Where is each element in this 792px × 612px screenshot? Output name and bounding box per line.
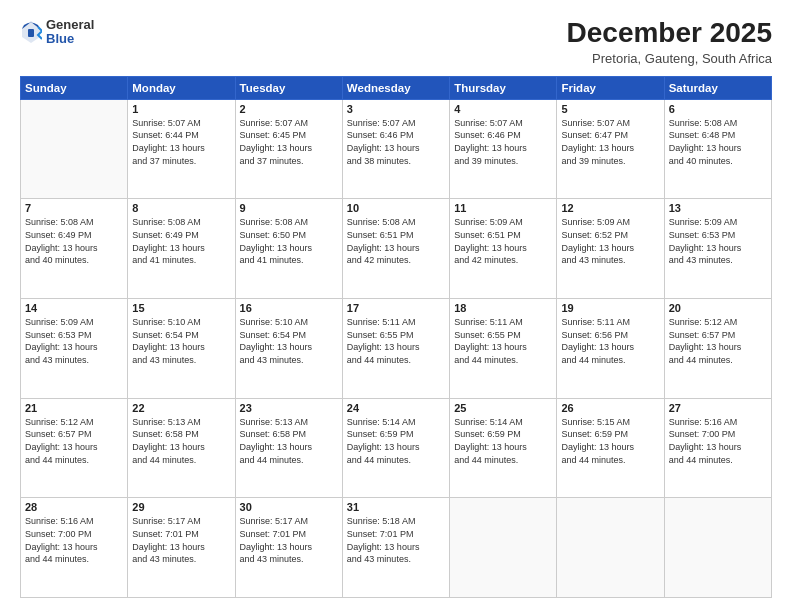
cell-info: Sunrise: 5:08 AMSunset: 6:50 PMDaylight:… bbox=[240, 216, 338, 266]
logo-icon bbox=[20, 19, 42, 45]
cell-info: Sunrise: 5:14 AMSunset: 6:59 PMDaylight:… bbox=[454, 416, 552, 466]
cell-info: Sunrise: 5:09 AMSunset: 6:51 PMDaylight:… bbox=[454, 216, 552, 266]
logo-blue-label: Blue bbox=[46, 32, 94, 46]
table-row: 17Sunrise: 5:11 AMSunset: 6:55 PMDayligh… bbox=[342, 299, 449, 399]
cell-info: Sunrise: 5:07 AMSunset: 6:46 PMDaylight:… bbox=[454, 117, 552, 167]
cell-info: Sunrise: 5:10 AMSunset: 6:54 PMDaylight:… bbox=[240, 316, 338, 366]
day-number: 21 bbox=[25, 402, 123, 414]
day-number: 27 bbox=[669, 402, 767, 414]
table-row: 26Sunrise: 5:15 AMSunset: 6:59 PMDayligh… bbox=[557, 398, 664, 498]
table-row: 11Sunrise: 5:09 AMSunset: 6:51 PMDayligh… bbox=[450, 199, 557, 299]
table-row bbox=[557, 498, 664, 598]
cell-info: Sunrise: 5:09 AMSunset: 6:52 PMDaylight:… bbox=[561, 216, 659, 266]
cell-info: Sunrise: 5:16 AMSunset: 7:00 PMDaylight:… bbox=[25, 515, 123, 565]
logo: General Blue bbox=[20, 18, 94, 47]
cell-info: Sunrise: 5:13 AMSunset: 6:58 PMDaylight:… bbox=[240, 416, 338, 466]
table-row: 16Sunrise: 5:10 AMSunset: 6:54 PMDayligh… bbox=[235, 299, 342, 399]
table-row: 8Sunrise: 5:08 AMSunset: 6:49 PMDaylight… bbox=[128, 199, 235, 299]
table-row: 1Sunrise: 5:07 AMSunset: 6:44 PMDaylight… bbox=[128, 99, 235, 199]
col-friday: Friday bbox=[557, 76, 664, 99]
day-number: 18 bbox=[454, 302, 552, 314]
cell-info: Sunrise: 5:08 AMSunset: 6:49 PMDaylight:… bbox=[25, 216, 123, 266]
day-number: 2 bbox=[240, 103, 338, 115]
cell-info: Sunrise: 5:12 AMSunset: 6:57 PMDaylight:… bbox=[669, 316, 767, 366]
table-row: 13Sunrise: 5:09 AMSunset: 6:53 PMDayligh… bbox=[664, 199, 771, 299]
col-monday: Monday bbox=[128, 76, 235, 99]
page: General Blue December 2025 Pretoria, Gau… bbox=[0, 0, 792, 612]
logo-general-label: General bbox=[46, 18, 94, 32]
svg-rect-1 bbox=[28, 29, 34, 37]
day-number: 7 bbox=[25, 202, 123, 214]
day-number: 28 bbox=[25, 501, 123, 513]
calendar-week-row: 1Sunrise: 5:07 AMSunset: 6:44 PMDaylight… bbox=[21, 99, 772, 199]
cell-info: Sunrise: 5:12 AMSunset: 6:57 PMDaylight:… bbox=[25, 416, 123, 466]
table-row: 23Sunrise: 5:13 AMSunset: 6:58 PMDayligh… bbox=[235, 398, 342, 498]
day-number: 17 bbox=[347, 302, 445, 314]
table-row: 19Sunrise: 5:11 AMSunset: 6:56 PMDayligh… bbox=[557, 299, 664, 399]
table-row: 22Sunrise: 5:13 AMSunset: 6:58 PMDayligh… bbox=[128, 398, 235, 498]
logo-text: General Blue bbox=[46, 18, 94, 47]
cell-info: Sunrise: 5:13 AMSunset: 6:58 PMDaylight:… bbox=[132, 416, 230, 466]
table-row: 4Sunrise: 5:07 AMSunset: 6:46 PMDaylight… bbox=[450, 99, 557, 199]
cell-info: Sunrise: 5:15 AMSunset: 6:59 PMDaylight:… bbox=[561, 416, 659, 466]
table-row bbox=[664, 498, 771, 598]
cell-info: Sunrise: 5:07 AMSunset: 6:45 PMDaylight:… bbox=[240, 117, 338, 167]
table-row: 7Sunrise: 5:08 AMSunset: 6:49 PMDaylight… bbox=[21, 199, 128, 299]
table-row: 30Sunrise: 5:17 AMSunset: 7:01 PMDayligh… bbox=[235, 498, 342, 598]
cell-info: Sunrise: 5:07 AMSunset: 6:46 PMDaylight:… bbox=[347, 117, 445, 167]
cell-info: Sunrise: 5:08 AMSunset: 6:49 PMDaylight:… bbox=[132, 216, 230, 266]
table-row: 5Sunrise: 5:07 AMSunset: 6:47 PMDaylight… bbox=[557, 99, 664, 199]
calendar-week-row: 21Sunrise: 5:12 AMSunset: 6:57 PMDayligh… bbox=[21, 398, 772, 498]
day-number: 10 bbox=[347, 202, 445, 214]
day-number: 3 bbox=[347, 103, 445, 115]
table-row: 15Sunrise: 5:10 AMSunset: 6:54 PMDayligh… bbox=[128, 299, 235, 399]
cell-info: Sunrise: 5:07 AMSunset: 6:44 PMDaylight:… bbox=[132, 117, 230, 167]
table-row: 28Sunrise: 5:16 AMSunset: 7:00 PMDayligh… bbox=[21, 498, 128, 598]
cell-info: Sunrise: 5:17 AMSunset: 7:01 PMDaylight:… bbox=[240, 515, 338, 565]
col-tuesday: Tuesday bbox=[235, 76, 342, 99]
calendar-week-row: 7Sunrise: 5:08 AMSunset: 6:49 PMDaylight… bbox=[21, 199, 772, 299]
table-row: 25Sunrise: 5:14 AMSunset: 6:59 PMDayligh… bbox=[450, 398, 557, 498]
cell-info: Sunrise: 5:08 AMSunset: 6:51 PMDaylight:… bbox=[347, 216, 445, 266]
table-row: 31Sunrise: 5:18 AMSunset: 7:01 PMDayligh… bbox=[342, 498, 449, 598]
day-number: 29 bbox=[132, 501, 230, 513]
table-row: 21Sunrise: 5:12 AMSunset: 6:57 PMDayligh… bbox=[21, 398, 128, 498]
table-row: 9Sunrise: 5:08 AMSunset: 6:50 PMDaylight… bbox=[235, 199, 342, 299]
cell-info: Sunrise: 5:11 AMSunset: 6:55 PMDaylight:… bbox=[454, 316, 552, 366]
day-number: 12 bbox=[561, 202, 659, 214]
day-number: 15 bbox=[132, 302, 230, 314]
month-title: December 2025 bbox=[567, 18, 772, 49]
table-row: 29Sunrise: 5:17 AMSunset: 7:01 PMDayligh… bbox=[128, 498, 235, 598]
table-row: 2Sunrise: 5:07 AMSunset: 6:45 PMDaylight… bbox=[235, 99, 342, 199]
day-number: 14 bbox=[25, 302, 123, 314]
title-block: December 2025 Pretoria, Gauteng, South A… bbox=[567, 18, 772, 66]
day-number: 22 bbox=[132, 402, 230, 414]
day-number: 5 bbox=[561, 103, 659, 115]
day-number: 31 bbox=[347, 501, 445, 513]
day-number: 26 bbox=[561, 402, 659, 414]
table-row bbox=[450, 498, 557, 598]
table-row: 27Sunrise: 5:16 AMSunset: 7:00 PMDayligh… bbox=[664, 398, 771, 498]
cell-info: Sunrise: 5:09 AMSunset: 6:53 PMDaylight:… bbox=[669, 216, 767, 266]
cell-info: Sunrise: 5:08 AMSunset: 6:48 PMDaylight:… bbox=[669, 117, 767, 167]
day-number: 13 bbox=[669, 202, 767, 214]
cell-info: Sunrise: 5:18 AMSunset: 7:01 PMDaylight:… bbox=[347, 515, 445, 565]
cell-info: Sunrise: 5:07 AMSunset: 6:47 PMDaylight:… bbox=[561, 117, 659, 167]
cell-info: Sunrise: 5:14 AMSunset: 6:59 PMDaylight:… bbox=[347, 416, 445, 466]
day-number: 4 bbox=[454, 103, 552, 115]
table-row: 10Sunrise: 5:08 AMSunset: 6:51 PMDayligh… bbox=[342, 199, 449, 299]
table-row: 12Sunrise: 5:09 AMSunset: 6:52 PMDayligh… bbox=[557, 199, 664, 299]
table-row bbox=[21, 99, 128, 199]
location: Pretoria, Gauteng, South Africa bbox=[567, 51, 772, 66]
cell-info: Sunrise: 5:11 AMSunset: 6:56 PMDaylight:… bbox=[561, 316, 659, 366]
calendar-header-row: Sunday Monday Tuesday Wednesday Thursday… bbox=[21, 76, 772, 99]
calendar-table: Sunday Monday Tuesday Wednesday Thursday… bbox=[20, 76, 772, 598]
header: General Blue December 2025 Pretoria, Gau… bbox=[20, 18, 772, 66]
cell-info: Sunrise: 5:09 AMSunset: 6:53 PMDaylight:… bbox=[25, 316, 123, 366]
col-thursday: Thursday bbox=[450, 76, 557, 99]
table-row: 14Sunrise: 5:09 AMSunset: 6:53 PMDayligh… bbox=[21, 299, 128, 399]
table-row: 3Sunrise: 5:07 AMSunset: 6:46 PMDaylight… bbox=[342, 99, 449, 199]
cell-info: Sunrise: 5:16 AMSunset: 7:00 PMDaylight:… bbox=[669, 416, 767, 466]
col-wednesday: Wednesday bbox=[342, 76, 449, 99]
day-number: 24 bbox=[347, 402, 445, 414]
